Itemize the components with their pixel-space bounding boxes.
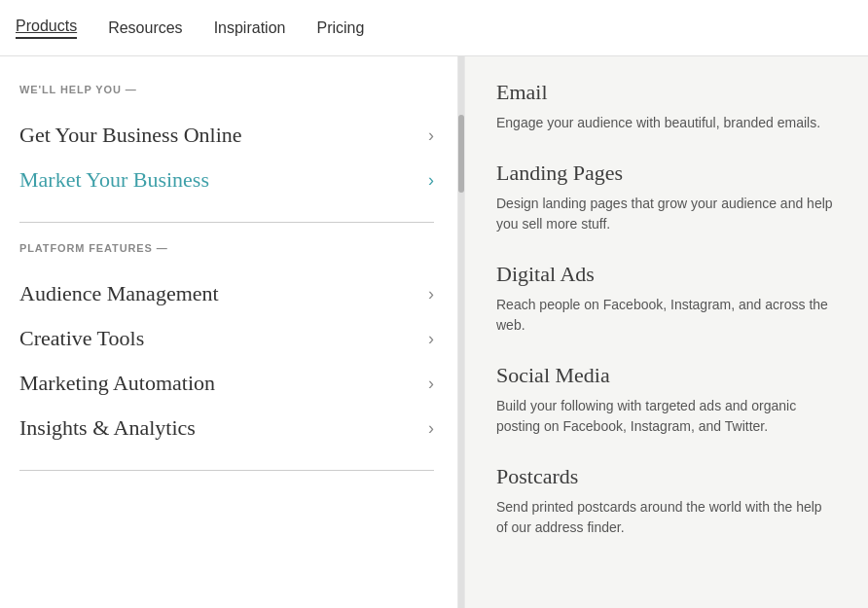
menu-item-label: Audience Management <box>19 281 219 306</box>
chevron-icon: › <box>428 125 434 146</box>
left-panel: WE'LL HELP YOU — Get Your Business Onlin… <box>0 56 457 608</box>
top-nav: Products Resources Inspiration Pricing <box>0 0 868 56</box>
product-social-media: Social Media Build your following with t… <box>496 363 837 437</box>
chevron-icon: › <box>428 284 434 304</box>
product-postcards: Postcards Send printed postcards around … <box>496 464 837 538</box>
menu-item-label: Market Your Business <box>19 167 209 193</box>
scrollbar-track <box>458 56 464 608</box>
product-desc-landing-pages: Design landing pages that grow your audi… <box>496 194 837 234</box>
section1-label: WE'LL HELP YOU — <box>19 84 434 95</box>
product-title-postcards: Postcards <box>496 464 837 489</box>
menu-item-label: Insights & Analytics <box>19 415 196 441</box>
product-desc-social-media: Build your following with targeted ads a… <box>496 396 837 437</box>
divider <box>19 222 434 223</box>
product-email: Email Engage your audience with beautifu… <box>496 80 837 133</box>
section2-label: PLATFORM FEATURES — <box>19 242 434 254</box>
menu-item-market-business[interactable]: Market Your Business › <box>19 158 434 202</box>
menu-item-creative-tools[interactable]: Creative Tools › <box>19 316 434 361</box>
menu-item-get-business-online[interactable]: Get Your Business Online › <box>19 113 434 158</box>
product-title-digital-ads: Digital Ads <box>496 262 837 287</box>
product-desc-digital-ads: Reach people on Facebook, Instagram, and… <box>496 295 837 336</box>
right-panel: Email Engage your audience with beautifu… <box>465 56 868 608</box>
menu-item-insights-analytics[interactable]: Insights & Analytics › <box>19 406 434 450</box>
scrollbar-thumb[interactable] <box>458 115 464 193</box>
menu-item-label: Get Your Business Online <box>19 123 242 148</box>
product-desc-postcards: Send printed postcards around the world … <box>496 497 837 538</box>
menu-item-marketing-automation[interactable]: Marketing Automation › <box>19 361 434 406</box>
menu-item-label: Marketing Automation <box>19 371 215 396</box>
main-layout: WE'LL HELP YOU — Get Your Business Onlin… <box>0 56 868 608</box>
product-title-social-media: Social Media <box>496 363 837 388</box>
chevron-icon: › <box>428 418 434 439</box>
nav-item-products[interactable]: Products <box>16 18 77 39</box>
chevron-icon: › <box>428 170 434 191</box>
menu-item-audience-management[interactable]: Audience Management › <box>19 271 434 316</box>
divider-bottom <box>19 470 434 471</box>
nav-item-resources[interactable]: Resources <box>108 19 182 37</box>
nav-item-pricing[interactable]: Pricing <box>316 19 364 37</box>
menu-item-label: Creative Tools <box>19 326 144 351</box>
product-title-landing-pages: Landing Pages <box>496 161 837 186</box>
chevron-icon: › <box>428 374 434 394</box>
chevron-icon: › <box>428 329 434 349</box>
product-digital-ads: Digital Ads Reach people on Facebook, In… <box>496 262 837 336</box>
nav-item-inspiration[interactable]: Inspiration <box>214 19 286 37</box>
product-desc-email: Engage your audience with beautiful, bra… <box>496 113 837 133</box>
product-landing-pages: Landing Pages Design landing pages that … <box>496 161 837 234</box>
product-title-email: Email <box>496 80 837 105</box>
scrollbar-divider <box>457 56 465 608</box>
